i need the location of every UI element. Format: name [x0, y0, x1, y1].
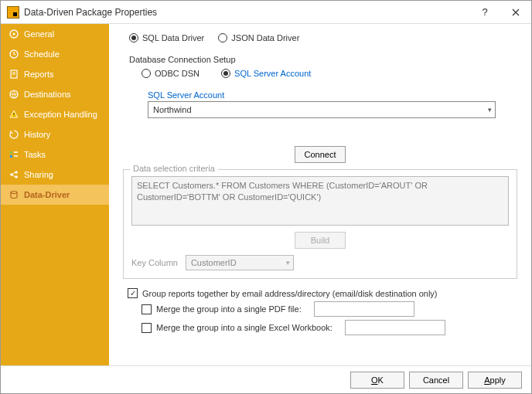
clock-icon	[9, 49, 19, 59]
window-title: Data-Driven Package Properties	[24, 7, 469, 18]
close-button[interactable]	[500, 1, 531, 24]
sql-textarea[interactable]: SELECT Customers.* FROM Customers WHERE …	[131, 176, 509, 226]
chevron-down-icon: ▾	[488, 106, 492, 114]
radio-label: JSON Data Driver	[231, 33, 299, 42]
svg-point-10	[15, 175, 18, 178]
warning-icon	[9, 109, 19, 120]
database-icon	[9, 189, 19, 200]
select-value: Northwind	[153, 105, 192, 114]
select-value: CustomerID	[191, 258, 237, 267]
sidebar: General Schedule Reports Destinations Ex…	[1, 24, 109, 365]
key-column-label: Key Column	[131, 258, 178, 267]
sidebar-item-label: Data-Driver	[24, 190, 70, 199]
radio-odbc-dsn[interactable]: ODBC DSN	[142, 69, 200, 78]
app-icon	[7, 6, 19, 19]
radio-label: SQL Data Driver	[142, 33, 204, 42]
radio-sql-data-driver[interactable]: SQL Data Driver	[129, 33, 204, 42]
chevron-down-icon: ▾	[286, 259, 290, 267]
title-bar: Data-Driven Package Properties ?	[1, 1, 531, 24]
svg-point-11	[11, 192, 17, 194]
apply-button[interactable]: ApplyApply	[468, 372, 522, 389]
ok-button[interactable]: OOKK	[350, 372, 404, 389]
help-button[interactable]: ?	[469, 1, 500, 24]
checkbox-label: Merge the group into a single Excel Work…	[156, 323, 332, 332]
merge-pdf-filename-input[interactable]	[314, 301, 414, 317]
sidebar-item-label: History	[24, 130, 50, 139]
sidebar-item-data-driver[interactable]: Data-Driver	[1, 185, 109, 205]
key-column-select: CustomerID ▾	[186, 255, 294, 270]
sql-server-account-select[interactable]: Northwind ▾	[148, 101, 496, 118]
tasks-icon	[9, 149, 19, 160]
sidebar-item-tasks[interactable]: Tasks	[1, 144, 109, 165]
svg-point-1	[13, 33, 15, 36]
merge-excel-filename-input[interactable]	[345, 320, 445, 335]
radio-json-data-driver[interactable]: JSON Data Driver	[218, 33, 299, 42]
radio-label: ODBC DSN	[155, 69, 200, 78]
history-icon	[9, 129, 19, 140]
sidebar-item-label: Schedule	[24, 49, 60, 59]
radio-sql-server-account[interactable]: SQL Server Account	[221, 69, 311, 78]
sql-server-account-label: SQL Server Account	[148, 90, 517, 100]
connection-setup-heading: Database Connection Setup	[129, 55, 517, 64]
group-legend: Data selection criteria	[130, 164, 218, 173]
sidebar-item-general[interactable]: General	[1, 24, 109, 44]
checkbox-group-reports[interactable]	[128, 288, 138, 298]
data-selection-criteria-group: Data selection criteria SELECT Customers…	[123, 169, 517, 279]
sidebar-item-label: Destinations	[24, 90, 71, 99]
checkbox-merge-excel[interactable]	[142, 323, 152, 333]
svg-rect-6	[10, 151, 12, 154]
cancel-button[interactable]: Cancel	[409, 372, 463, 389]
svg-rect-7	[10, 155, 12, 158]
sidebar-item-history[interactable]: History	[1, 124, 109, 144]
dialog-footer: OOKK Cancel ApplyApply	[1, 365, 531, 393]
sidebar-item-label: Tasks	[24, 150, 46, 159]
radio-label: SQL Server Account	[234, 69, 311, 78]
gear-icon	[9, 29, 19, 39]
sidebar-item-label: Exception Handling	[24, 110, 97, 119]
report-icon	[9, 69, 19, 80]
sidebar-item-reports[interactable]: Reports	[1, 64, 109, 84]
sidebar-item-label: Sharing	[24, 170, 53, 179]
sharing-icon	[9, 169, 19, 180]
svg-point-8	[10, 173, 13, 176]
sidebar-item-destinations[interactable]: Destinations	[1, 84, 109, 104]
checkbox-label: Merge the group into a single PDF file:	[156, 304, 302, 314]
svg-point-5	[13, 116, 14, 117]
main-panel: SQL Data Driver JSON Data Driver Databas…	[109, 24, 531, 365]
checkbox-label: Group reports together by email address/…	[142, 289, 438, 298]
sidebar-item-sharing[interactable]: Sharing	[1, 165, 109, 185]
dialog-window: Data-Driven Package Properties ? General…	[0, 0, 532, 394]
connect-button[interactable]: Connect	[295, 146, 346, 163]
svg-point-9	[15, 171, 18, 174]
checkbox-merge-pdf[interactable]	[142, 304, 152, 314]
globe-icon	[9, 89, 19, 100]
sidebar-item-exception-handling[interactable]: Exception Handling	[1, 104, 109, 124]
sidebar-item-label: Reports	[24, 70, 54, 79]
build-button: Build	[295, 232, 346, 249]
sidebar-item-schedule[interactable]: Schedule	[1, 44, 109, 64]
sidebar-item-label: General	[24, 29, 54, 39]
